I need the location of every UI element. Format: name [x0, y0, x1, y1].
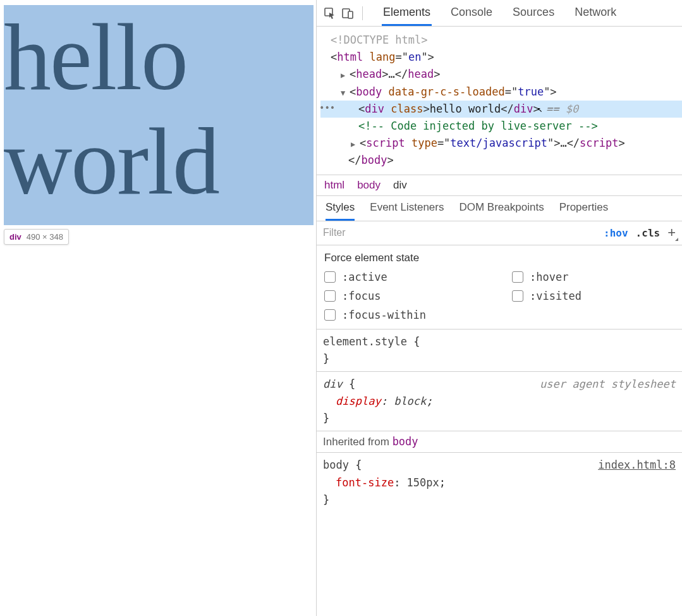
tab-network[interactable]: Network [573, 0, 618, 26]
mouse-cursor-icon: ↖ [537, 102, 542, 116]
inspected-element-highlight[interactable]: hello world [4, 5, 314, 225]
toolbar-divider [362, 6, 363, 20]
element-tooltip: div 490 × 348 [4, 229, 69, 245]
devtools-pane: Elements Console Sources Network <!DOCTY… [316, 0, 682, 616]
device-toggle-icon[interactable] [341, 6, 355, 20]
state-focus-within[interactable]: :focus-within [324, 309, 487, 321]
expand-arrow-icon[interactable]: ▼ [341, 87, 348, 99]
state-visited[interactable]: :visited [512, 290, 674, 302]
checkbox-icon[interactable] [512, 271, 523, 283]
subtab-dom-breakpoints[interactable]: DOM Breakpoints [459, 196, 544, 221]
tab-console[interactable]: Console [449, 0, 494, 26]
inspect-icon[interactable] [323, 6, 337, 20]
force-state-panel: Force element state :active :hover :focu… [317, 245, 682, 330]
dom-comment[interactable]: <!-- Code injected by live-server --> [320, 118, 682, 135]
subtab-event-listeners[interactable]: Event Listeners [370, 196, 444, 221]
tooltip-dimensions: 490 × 348 [27, 232, 63, 242]
checkbox-icon[interactable] [324, 271, 336, 283]
div-rule-block[interactable]: user agent stylesheet div { display: blo… [317, 372, 682, 432]
ua-stylesheet-note: user agent stylesheet [540, 376, 676, 393]
context-dots-icon[interactable]: ••• [319, 101, 335, 114]
devtools-toolbar: Elements Console Sources Network [317, 0, 682, 27]
rendered-page-pane: hello world div 490 × 348 [0, 0, 316, 616]
state-active[interactable]: :active [324, 271, 487, 283]
styles-filter-input[interactable] [323, 227, 596, 238]
checkbox-icon[interactable] [512, 290, 523, 302]
dom-tree[interactable]: <!DOCTYPE html> <html lang="en"> ▶<head>… [317, 27, 682, 175]
inherited-from-label: Inherited from body [317, 431, 682, 453]
checkbox-icon[interactable] [324, 309, 336, 321]
sub-tabs: Styles Event Listeners DOM Breakpoints P… [317, 196, 682, 221]
rendered-text: hello world [4, 5, 314, 214]
dom-body-open[interactable]: ▼<body data-gr-c-s-loaded="true"> [320, 83, 682, 101]
element-style-block[interactable]: element.style {} [317, 330, 682, 372]
state-focus[interactable]: :focus [324, 290, 487, 302]
add-rule-button[interactable]: + [667, 226, 676, 240]
dom-selected-div[interactable]: •••<div class>hello world</div> == $0↖ [320, 101, 682, 118]
dom-head[interactable]: ▶<head>…</head> [320, 66, 682, 83]
dom-doctype[interactable]: <!DOCTYPE html> [320, 32, 682, 49]
svg-rect-2 [348, 11, 353, 18]
dom-body-close[interactable]: </body> [320, 152, 682, 169]
styles-filter-bar: :hov .cls + [317, 221, 682, 245]
subtab-styles[interactable]: Styles [326, 196, 355, 221]
tab-sources[interactable]: Sources [511, 0, 556, 26]
body-rule-block[interactable]: index.html:8 body { font-size: 150px;} [317, 453, 682, 512]
checkbox-icon[interactable] [324, 290, 336, 302]
tooltip-tagname: div [9, 232, 21, 242]
breadcrumb-html[interactable]: html [324, 179, 344, 192]
force-state-title: Force element state [324, 252, 674, 264]
expand-arrow-icon[interactable]: ▶ [341, 70, 348, 82]
subtab-properties[interactable]: Properties [559, 196, 608, 221]
source-link[interactable]: index.html:8 [598, 457, 676, 474]
state-hover[interactable]: :hover [512, 271, 674, 283]
tab-elements[interactable]: Elements [382, 0, 432, 26]
cls-toggle-button[interactable]: .cls [636, 227, 661, 239]
breadcrumb-div[interactable]: div [393, 179, 407, 192]
dom-script[interactable]: ▶<script type="text/javascript">…</scrip… [320, 135, 682, 152]
breadcrumb: html body div [317, 175, 682, 196]
hov-toggle-button[interactable]: :hov [604, 227, 628, 239]
expand-arrow-icon[interactable]: ▶ [351, 139, 358, 151]
breadcrumb-body[interactable]: body [357, 179, 381, 192]
dom-html-open[interactable]: <html lang="en"> [320, 49, 682, 66]
main-tabs: Elements Console Sources Network [382, 0, 618, 26]
